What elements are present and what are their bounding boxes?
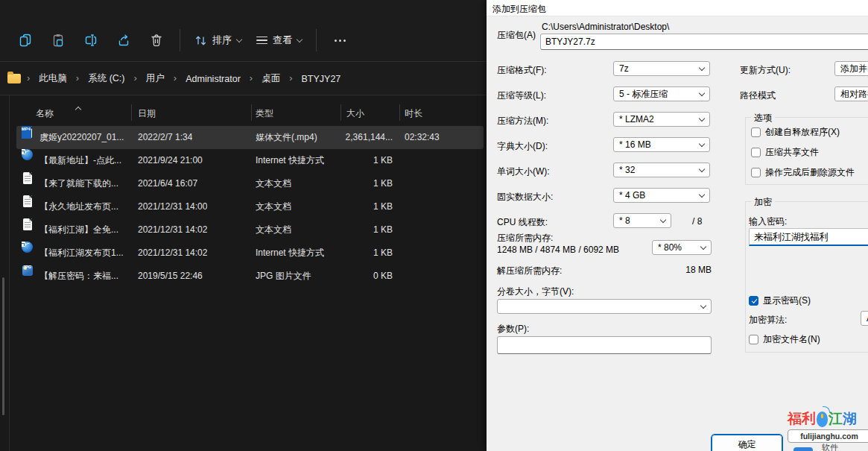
- jpg-file-icon: JPG: [22, 265, 34, 277]
- watermark-shape: [793, 447, 813, 451]
- volume-size-select[interactable]: [497, 299, 712, 314]
- encryption-method-select[interactable]: AES-256: [861, 311, 868, 326]
- more-options-button[interactable]: [323, 25, 356, 55]
- sort-arrows-icon: [194, 34, 207, 47]
- checkbox-checked[interactable]: [749, 296, 758, 306]
- chevron-down-icon: [700, 302, 706, 308]
- breadcrumb-current-folder[interactable]: BTYJY27: [299, 72, 344, 86]
- update-mode-label: 更新方式(U):: [740, 64, 791, 77]
- toolbar-divider: [180, 29, 180, 51]
- checkbox[interactable]: [751, 168, 761, 177]
- delete-after-compress-checkbox[interactable]: 操作完成后删除源文件: [751, 166, 855, 179]
- word-size-select[interactable]: * 32: [613, 163, 710, 177]
- watermark-logo: 福 利 江 湖 fulijianghu.com 软件: [788, 409, 868, 443]
- level-select[interactable]: 5 - 标准压缩: [613, 86, 710, 101]
- paste-button[interactable]: [42, 25, 75, 55]
- chevron-right-icon: ›: [250, 72, 253, 83]
- column-header-type[interactable]: 类型: [256, 107, 273, 120]
- solid-block-select[interactable]: * 4 GB: [613, 188, 710, 203]
- file-date: 2021/12/31 14:00: [138, 195, 207, 218]
- column-header-name[interactable]: 名称: [36, 107, 54, 120]
- column-divider[interactable]: [340, 104, 341, 121]
- encrypt-filenames-checkbox[interactable]: 加密文件名(N): [749, 333, 820, 346]
- format-select[interactable]: 7z: [613, 61, 710, 76]
- file-name: 【最新地址】-点此...: [39, 149, 121, 172]
- scrollbar-thumb[interactable]: [2, 277, 4, 415]
- path-mode-select[interactable]: 相对路径: [834, 86, 868, 101]
- file-name: 虞姬y20220207_01...: [39, 126, 124, 149]
- add-to-archive-dialog: 添加到压缩包 压缩包(A) C:\Users\Administrator\Des…: [487, 0, 868, 451]
- breadcrumb-desktop[interactable]: 桌面: [259, 70, 283, 87]
- copy-button[interactable]: [9, 25, 42, 55]
- column-divider[interactable]: [399, 104, 400, 121]
- cpu-threads-select[interactable]: * 8: [613, 213, 671, 228]
- ok-button[interactable]: 确定: [711, 434, 783, 451]
- parameters-label: 参数(P):: [497, 323, 529, 335]
- archive-name-input[interactable]: [540, 34, 868, 50]
- file-type: JPG 图片文件: [256, 265, 311, 288]
- table-row[interactable]: JPG 【解压密码：来福... 2019/5/15 22:46 JPG 图片文件…: [16, 265, 484, 288]
- breadcrumb-administrator[interactable]: Administrator: [183, 72, 244, 86]
- table-row[interactable]: MP4 虞姬y20220207_01... 2022/2/7 1:34 媒体文件…: [16, 126, 484, 149]
- file-list: 名称 日期 类型 大小 时长 MP4 虞姬y20220207_01... 202…: [10, 95, 487, 451]
- toolbar-divider: [316, 29, 317, 51]
- chevron-right-icon: ›: [27, 72, 30, 83]
- column-divider[interactable]: [251, 104, 252, 121]
- create-sfx-checkbox[interactable]: 创建自释放程序(X): [751, 126, 840, 139]
- memory-decompress-value: 18 MB: [652, 265, 712, 275]
- parameters-input[interactable]: [497, 336, 712, 354]
- share-button[interactable]: [107, 25, 140, 55]
- volume-size-label: 分卷大小，字节(V):: [497, 286, 574, 298]
- checkbox[interactable]: [751, 148, 761, 157]
- watermark-url: fulijianghu.com: [788, 429, 868, 443]
- view-button[interactable]: 查看: [249, 25, 309, 55]
- breadcrumb-drive-c[interactable]: 系统 (C:): [85, 70, 127, 87]
- column-headers: 名称 日期 类型 大小 时长: [10, 95, 487, 125]
- update-mode-select[interactable]: 添加并替换: [834, 61, 868, 76]
- folder-icon[interactable]: [7, 74, 21, 83]
- file-type: 文本文档: [256, 218, 291, 242]
- rename-button[interactable]: [75, 25, 107, 55]
- method-select[interactable]: * LZMA2: [613, 112, 710, 127]
- breadcrumb-users[interactable]: 用户: [143, 70, 168, 87]
- column-header-length[interactable]: 时长: [405, 107, 422, 120]
- sort-button[interactable]: 排序: [187, 25, 249, 55]
- navigation-pane-edge: [0, 95, 10, 451]
- share-icon: [116, 33, 131, 48]
- mouse-icon: [817, 411, 828, 427]
- archive-path: C:\Users\Administrator\Desktop\: [542, 22, 669, 32]
- column-divider[interactable]: [131, 104, 132, 121]
- file-type: 文本文档: [256, 195, 291, 218]
- word-size-label: 单词大小(W):: [497, 165, 550, 178]
- table-row[interactable]: 【来了就能下载的... 2021/6/4 16:07 文本文档 1 KB: [16, 172, 484, 195]
- table-row[interactable]: 【福利江湖】全免... 2021/12/31 14:02 文本文档 1 KB: [16, 218, 484, 242]
- memory-decompress-label: 解压缩所需内存:: [497, 265, 562, 277]
- column-header-size[interactable]: 大小: [346, 107, 364, 120]
- text-file-icon: [22, 195, 34, 208]
- table-row[interactable]: 【福利江湖发布页1... 2021/12/31 14:02 Internet 快…: [16, 242, 484, 265]
- mp4-file-icon: MP4: [22, 126, 34, 139]
- chevron-down-icon: [699, 64, 705, 70]
- file-name: 【福利江湖】全免...: [39, 218, 118, 242]
- column-header-date[interactable]: 日期: [138, 107, 156, 120]
- memory-compress-value: 1248 MB / 4874 MB / 6092 MB: [497, 245, 619, 255]
- checkbox[interactable]: [751, 127, 761, 137]
- file-date: 2022/2/7 1:34: [138, 126, 192, 149]
- file-size: 1 KB: [307, 149, 393, 172]
- format-label: 压缩格式(F):: [497, 64, 547, 77]
- memory-percent-select[interactable]: * 80%: [652, 240, 712, 255]
- password-input[interactable]: 来福利江湖找福利: [749, 228, 868, 246]
- chevron-down-icon: [297, 36, 302, 42]
- table-row[interactable]: 【永久地址发布页... 2021/12/31 14:00 文本文档 1 KB: [16, 195, 484, 218]
- show-password-checkbox[interactable]: 显示密码(S): [749, 294, 811, 307]
- delete-button[interactable]: [140, 25, 173, 55]
- chevron-down-icon: [236, 36, 242, 42]
- encryption-method-label: 加密算法:: [749, 314, 787, 327]
- encryption-group-title: 加密: [751, 196, 775, 209]
- compress-shared-checkbox[interactable]: 压缩共享文件: [751, 146, 819, 159]
- breadcrumb-this-pc[interactable]: 此电脑: [36, 70, 70, 87]
- checkbox[interactable]: [749, 335, 758, 344]
- dictionary-select[interactable]: * 16 MB: [613, 137, 710, 152]
- table-row[interactable]: 【最新地址】-点此... 2021/9/24 21:00 Internet 快捷…: [16, 149, 484, 172]
- file-rows: MP4 虞姬y20220207_01... 2022/2/7 1:34 媒体文件…: [16, 126, 484, 288]
